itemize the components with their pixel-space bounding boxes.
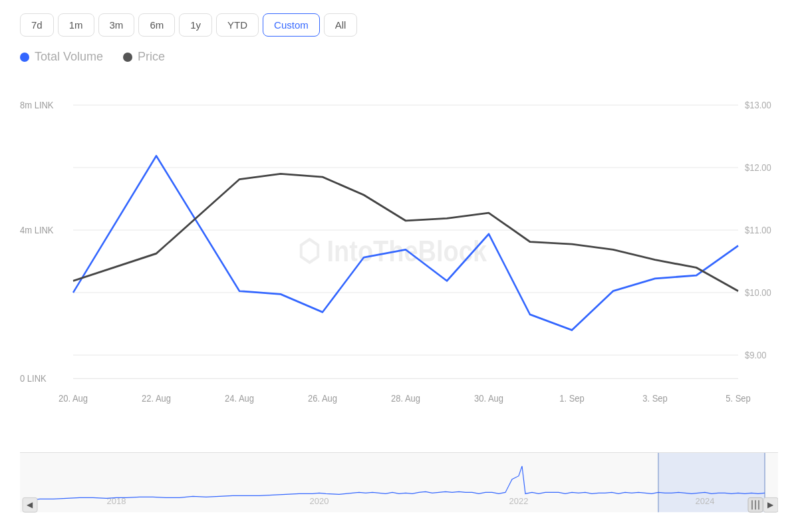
svg-text:0 LINK: 0 LINK (20, 372, 47, 384)
svg-text:30. Aug: 30. Aug (474, 392, 503, 404)
navigator-area: 2018 2020 2022 2024 ◀ (20, 452, 778, 525)
main-container: 7d 1m 3m 6m 1y YTD Custom All Total Volu… (0, 0, 798, 532)
legend-total-volume: Total Volume (20, 50, 103, 64)
main-chart-area: 8m LINK 4m LINK 0 LINK $13.00 $12.00 $11… (20, 74, 778, 449)
navigator-svg: 2018 2020 2022 2024 ◀ (20, 453, 778, 525)
svg-text:▶: ▶ (767, 500, 774, 509)
svg-text:2022: 2022 (509, 496, 529, 506)
price-dot (123, 53, 132, 62)
svg-text:8m LINK: 8m LINK (20, 99, 54, 110)
btn-3m[interactable]: 3m (98, 13, 135, 37)
svg-text:26. Aug: 26. Aug (308, 392, 337, 404)
btn-custom[interactable]: Custom (263, 13, 320, 37)
svg-text:5. Sep: 5. Sep (726, 392, 751, 404)
svg-text:2024: 2024 (696, 496, 715, 506)
total-volume-dot (20, 53, 29, 62)
btn-ytd[interactable]: YTD (216, 13, 259, 37)
btn-1m[interactable]: 1m (58, 13, 94, 37)
price-label: Price (138, 50, 165, 64)
svg-text:◀: ◀ (27, 500, 33, 509)
chart-wrapper: 8m LINK 4m LINK 0 LINK $13.00 $12.00 $11… (20, 74, 778, 525)
price-line (73, 174, 738, 291)
svg-text:2020: 2020 (310, 496, 329, 506)
svg-text:24. Aug: 24. Aug (225, 392, 254, 404)
time-range-buttons: 7d 1m 3m 6m 1y YTD Custom All (20, 13, 778, 37)
total-volume-label: Total Volume (35, 50, 103, 64)
svg-text:28. Aug: 28. Aug (391, 392, 420, 404)
legend-price: Price (123, 50, 165, 64)
svg-text:22. Aug: 22. Aug (142, 392, 171, 404)
svg-text:20. Aug: 20. Aug (59, 392, 88, 404)
scroll-right-btn[interactable]: ▶ (763, 497, 778, 512)
btn-7d[interactable]: 7d (20, 13, 54, 37)
svg-text:$11.00: $11.00 (745, 224, 771, 235)
drag-handle[interactable] (748, 497, 763, 512)
svg-text:$9.00: $9.00 (745, 349, 767, 360)
btn-all[interactable]: All (324, 13, 358, 37)
scroll-left-btn[interactable]: ◀ (23, 497, 37, 512)
svg-text:$13.00: $13.00 (745, 99, 771, 110)
chart-legend: Total Volume Price (20, 50, 778, 64)
btn-1y[interactable]: 1y (179, 13, 212, 37)
svg-text:$12.00: $12.00 (745, 162, 771, 173)
svg-text:3. Sep: 3. Sep (642, 392, 668, 404)
svg-text:4m LINK: 4m LINK (20, 224, 54, 235)
main-chart-svg: 8m LINK 4m LINK 0 LINK $13.00 $12.00 $11… (20, 74, 778, 449)
svg-text:$10.00: $10.00 (745, 287, 771, 298)
svg-text:1. Sep: 1. Sep (559, 392, 585, 404)
btn-6m[interactable]: 6m (138, 13, 175, 37)
svg-text:⬡ IntoTheBlock: ⬡ IntoTheBlock (298, 234, 487, 268)
